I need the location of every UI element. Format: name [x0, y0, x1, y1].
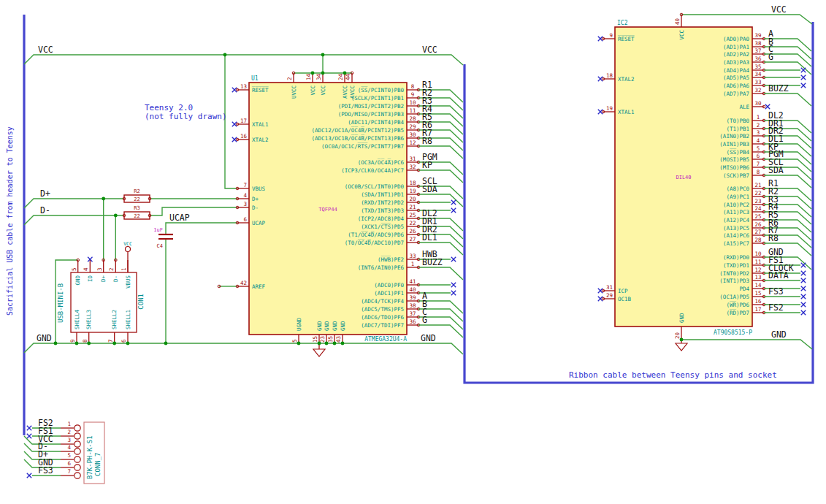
pin-name: (AD4)PA4 [723, 67, 750, 74]
pin-name: (INT1)PD3 [719, 278, 749, 284]
pin-name: UGND [296, 317, 302, 331]
vcc-port-icon [126, 247, 131, 252]
pin-name: (W̅R̅)PD6 [726, 301, 749, 308]
pin-number: 1 [67, 421, 71, 427]
pin-number: 13 [240, 83, 247, 90]
pin-number: 5 [757, 145, 760, 152]
pin-number: 8 [757, 169, 760, 175]
pin-number: 19 [409, 188, 416, 194]
net-label: DATA [768, 270, 789, 280]
pin-pad [74, 473, 80, 478]
pin-number: 28 [754, 237, 762, 243]
pin-number: 4 [67, 444, 71, 451]
net-label: VCC [771, 4, 787, 15]
pin-number: 8 [82, 339, 88, 343]
junction-dot [318, 342, 321, 345]
net-label: DL1 [422, 232, 437, 243]
pin-name: (A10)PC2 [723, 202, 749, 208]
pin-number: 17 [754, 306, 761, 313]
pin-name: (A15)PC7 [723, 240, 749, 247]
pin-name: XTAL1 [252, 121, 269, 128]
wire [24, 343, 463, 354]
net-label: G [422, 315, 427, 325]
pin-number: 7 [757, 161, 760, 167]
schematic-drawing: U1ATMEGA32U4-ATQFP448(S̅S̅/PCINT0)PB0R19… [0, 0, 826, 504]
pin-name: (ADC7/TDI)PF7 [361, 322, 404, 329]
pin-number: 6 [121, 339, 127, 343]
note-sacrificial-usb: Sacrificial USB cable from header to Tee… [6, 126, 14, 316]
pin-number: 2 [286, 77, 293, 80]
pin-name: (INT0)PD2 [719, 270, 749, 277]
net-label: R8 [422, 136, 432, 146]
wire-to-bus [764, 93, 811, 106]
connector-con1-ref: CON1 [137, 294, 145, 310]
pin-number: 12 [409, 140, 416, 146]
pin-name: GND [340, 321, 346, 331]
pin-number: 24 [337, 73, 344, 80]
pin-number: 9 [411, 91, 415, 98]
pin-name: (INT6/AIN0)PE6 [358, 264, 405, 271]
resistor-r2-value: 22 [134, 196, 139, 202]
junction-dot [680, 338, 684, 342]
pin-number: 31 [409, 156, 416, 162]
pin-number: 35 [327, 336, 334, 343]
net-label: R8 [768, 233, 779, 243]
pin-number: 28 [409, 115, 416, 122]
pin-number: 36 [409, 318, 416, 325]
connector-conn7-value: B7K-PH-K-S1 [86, 435, 93, 479]
pin-name: D+ [252, 196, 259, 202]
pin-number: 26 [754, 221, 762, 228]
wire [24, 215, 124, 225]
pin-number: 23 [754, 198, 761, 205]
wire [681, 15, 812, 24]
net-label: D- [40, 205, 50, 215]
pin-number: 39 [754, 32, 761, 39]
pin-number: 2 [108, 267, 115, 271]
pin-name: GND [316, 321, 323, 331]
pin-name: (A14)PC6 [723, 232, 750, 239]
pin-number: 19 [606, 105, 613, 112]
pin-number: 23 [319, 336, 326, 343]
pin-name: (T0)PB0 [726, 118, 749, 124]
pin-name: (T1)PB1 [726, 126, 749, 132]
pin-number: 3 [67, 437, 71, 443]
pin-number: 38 [754, 40, 762, 47]
pin-number: 8 [411, 83, 415, 90]
pin-name: SHELL1 [125, 310, 131, 329]
pin-name: (AD1)PA1 [723, 44, 749, 50]
note-teensy-line2: (not fully drawn) [145, 112, 227, 121]
pin-number: 31 [606, 284, 613, 291]
pin-name: ID [87, 275, 93, 283]
ic-u1-ref: U1 [251, 75, 259, 82]
pin-number: 10 [754, 251, 762, 257]
resistor-r2-ref: R2 [134, 188, 139, 194]
pin-name: (ADC11/PCINT4)PB4 [348, 119, 404, 126]
junction-dot [341, 342, 345, 345]
pin-number: 1 [411, 261, 415, 267]
pin-number: 30 [409, 131, 416, 138]
pin-number: 13 [754, 274, 761, 280]
pin-name: XTAL2 [618, 76, 635, 83]
pin-number: 18 [606, 72, 613, 79]
note-ribbon-cable: Ribbon cable between Teensy pins and soc… [569, 370, 777, 380]
pin-number: 9 [609, 32, 613, 39]
pin-pad [74, 465, 80, 470]
junction-dot [112, 342, 116, 345]
pin-name: GND [324, 321, 330, 331]
pin-name: VCC [678, 30, 685, 40]
pin-name: (ADC5/TMS)PF5 [361, 306, 404, 313]
ic-ic2-value: AT90S8515-P [714, 329, 752, 336]
pin-name: (AD6)PA6 [723, 83, 750, 89]
pin-name: SHELL4 [74, 309, 80, 329]
pin-number: 25 [409, 212, 416, 218]
pin-name: (SCLK/PCINT1)PB1 [351, 95, 404, 102]
pin-name: (H̅W̅B̅)PE2 [378, 256, 404, 262]
pin-name: (PDO/MISO/PCINT3)PB3 [338, 111, 404, 118]
pin-number: 4 [83, 267, 89, 271]
capacitor-c4-value: 1uF [153, 227, 163, 233]
pin-number: 34 [316, 73, 322, 80]
wire-to-bus [764, 62, 811, 75]
net-label: D+ [40, 188, 50, 199]
pin-name: (MISO)PB6 [719, 164, 749, 171]
pin-number: 4 [243, 192, 247, 199]
